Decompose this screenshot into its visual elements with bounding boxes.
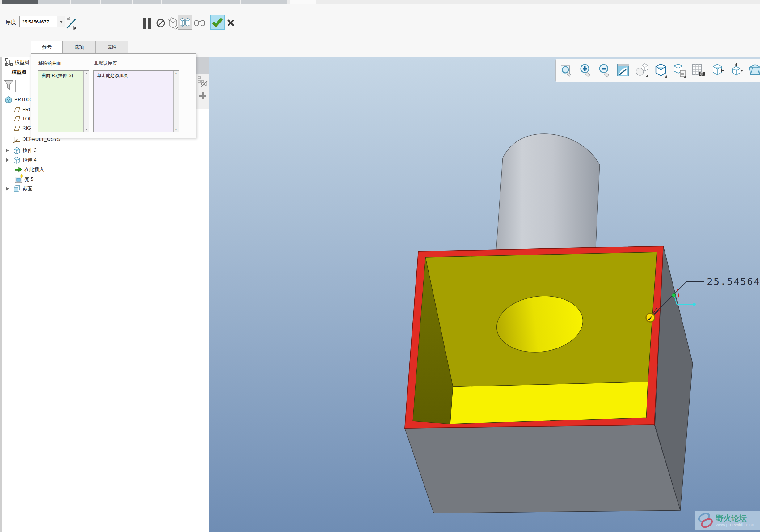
refit-icon[interactable]: [616, 63, 630, 78]
anchor-handle-green[interactable]: [672, 294, 676, 297]
model-3d[interactable]: [210, 58, 760, 532]
thickness-value[interactable]: 25.54564677: [20, 16, 57, 27]
tab-divider: [161, 0, 162, 4]
wireframe-preview-button[interactable]: [167, 16, 179, 30]
section-icon: [13, 185, 21, 192]
tab-properties[interactable]: 属性: [95, 41, 128, 53]
cancel-x-icon: [227, 19, 234, 26]
tree-item-top-plane[interactable]: TOP: [12, 115, 32, 123]
expand-arrow-icon[interactable]: [6, 149, 11, 152]
watermark-url[interactable]: www.proewildfire.cn: [716, 522, 754, 527]
datum-plane-icon: [12, 116, 21, 122]
ribbon-active-tab-sliver[interactable]: [290, 0, 316, 4]
forum-watermark: 野火论坛 www.proewildfire.cn: [695, 511, 760, 530]
graphics-toolbar: [555, 59, 760, 82]
scroll-up-icon[interactable]: ▲: [84, 72, 89, 75]
datum-plane-icon: [12, 125, 21, 131]
flip-thickness-icon[interactable]: [66, 16, 77, 30]
shell-dashboard: 厚度 25.54564677: [0, 4, 760, 58]
view-manager-icon[interactable]: [673, 63, 687, 78]
add-column-icon[interactable]: [198, 91, 207, 100]
removed-surface-item[interactable]: 曲面:F5(拉伸_3): [38, 71, 89, 78]
expand-arrow-icon[interactable]: [6, 187, 11, 191]
saved-views-icon[interactable]: [654, 63, 668, 78]
tree-item-label: 截面: [23, 186, 32, 192]
pause-icon: [148, 18, 151, 29]
tab-divider: [240, 0, 241, 4]
reorient-icon[interactable]: [729, 63, 743, 78]
tab-strip-band: [38, 0, 287, 4]
scroll-up-icon[interactable]: ▲: [174, 72, 178, 75]
removed-surfaces-label: 移除的曲面: [38, 61, 62, 67]
section-view-icon[interactable]: [710, 63, 725, 78]
navigator-splitter-strip: [196, 58, 209, 532]
ok-button[interactable]: [211, 15, 225, 30]
tree-item-section[interactable]: 截面: [4, 185, 32, 193]
model-tree-icon: [5, 58, 14, 67]
non-default-thickness-list[interactable]: 单击此处添加项 ▲ ▼: [93, 71, 179, 132]
attached-preview-button[interactable]: [178, 15, 192, 30]
shell-icon: [15, 176, 23, 183]
creo-shell-dashboard-window: 厚度 25.54564677: [0, 0, 760, 532]
cancel-button[interactable]: [226, 19, 235, 27]
removed-surfaces-list[interactable]: 曲面:F5(拉伸_3) ▲ ▼: [38, 71, 89, 132]
model-cylinder[interactable]: [496, 134, 600, 251]
tree-item-label: 拉伸 3: [23, 147, 36, 154]
navigator-title[interactable]: 模型树: [15, 59, 30, 66]
tree-item-extrude-4[interactable]: 拉伸 4: [4, 156, 36, 164]
zoom-out-icon[interactable]: [597, 63, 611, 78]
model-front-face[interactable]: [405, 425, 680, 513]
add-item-placeholder[interactable]: 单击此处添加项: [94, 71, 178, 78]
tab-options[interactable]: 选项: [63, 41, 95, 53]
tree-item-label: 拉伸 4: [23, 157, 36, 164]
insert-here-icon: [15, 166, 23, 173]
part-icon: [4, 96, 12, 104]
scroll-down-icon[interactable]: ▼: [174, 128, 178, 131]
no-preview-button[interactable]: [156, 18, 166, 28]
tree-item-insert-here[interactable]: 在此插入: [15, 166, 44, 173]
tab-references[interactable]: 参考: [31, 41, 63, 53]
watermark-title: 野火论坛: [716, 514, 754, 522]
zoom-region-icon[interactable]: [559, 63, 574, 78]
list-scrollbar[interactable]: ▲ ▼: [83, 71, 89, 132]
thickness-dimension-value[interactable]: 25.5456467: [707, 276, 760, 287]
tree-item-shell-5[interactable]: 壳 5: [15, 175, 33, 183]
pause-icon: [143, 18, 146, 29]
datum-plane-icon: [12, 107, 21, 113]
ribbon-separator: [240, 6, 240, 55]
expand-arrow-icon[interactable]: [6, 158, 11, 162]
splitter-cap[interactable]: [196, 58, 209, 73]
thickness-combobox[interactable]: 25.54564677: [20, 16, 65, 27]
model-tree-heading: 模型树: [12, 69, 26, 76]
tab-divider: [100, 0, 101, 4]
hide-tree-icon[interactable]: [197, 76, 208, 88]
active-window-tab[interactable]: [2, 0, 38, 4]
verify-icon: [194, 19, 206, 27]
window-tab-strip: [0, 0, 760, 4]
datum-display-icon[interactable]: [691, 63, 706, 78]
window-edge: [0, 58, 2, 532]
thickness-label: 厚度: [6, 19, 16, 26]
tab-label: 参考: [42, 44, 52, 51]
no-preview-icon: [156, 19, 165, 28]
tab-divider: [70, 0, 71, 4]
filter-icon[interactable]: [4, 80, 14, 91]
shell-inner-front-wall[interactable]: [450, 382, 648, 424]
pause-button[interactable]: [142, 17, 151, 29]
verify-button[interactable]: [194, 19, 206, 28]
zoom-in-icon[interactable]: [578, 63, 593, 78]
display-style-icon[interactable]: [635, 63, 649, 78]
thickness-dropdown-icon[interactable]: [57, 16, 65, 27]
list-scrollbar[interactable]: ▲ ▼: [173, 71, 178, 132]
splitter-tools: [196, 73, 209, 109]
wireframe-preview-icon: [167, 17, 179, 30]
graphics-viewport[interactable]: 25.5456467: [210, 58, 760, 532]
extrude-icon: [13, 156, 21, 164]
tab-label: 选项: [74, 44, 84, 51]
dashboard-tabs: 参考 选项 属性: [31, 41, 128, 53]
appearance-icon[interactable]: [748, 63, 760, 78]
scroll-down-icon[interactable]: ▼: [84, 128, 89, 131]
tree-item-extrude-3[interactable]: 拉伸 3: [4, 146, 36, 155]
attached-preview-icon: [179, 17, 191, 27]
drag-axis-endpoint[interactable]: [693, 303, 696, 306]
